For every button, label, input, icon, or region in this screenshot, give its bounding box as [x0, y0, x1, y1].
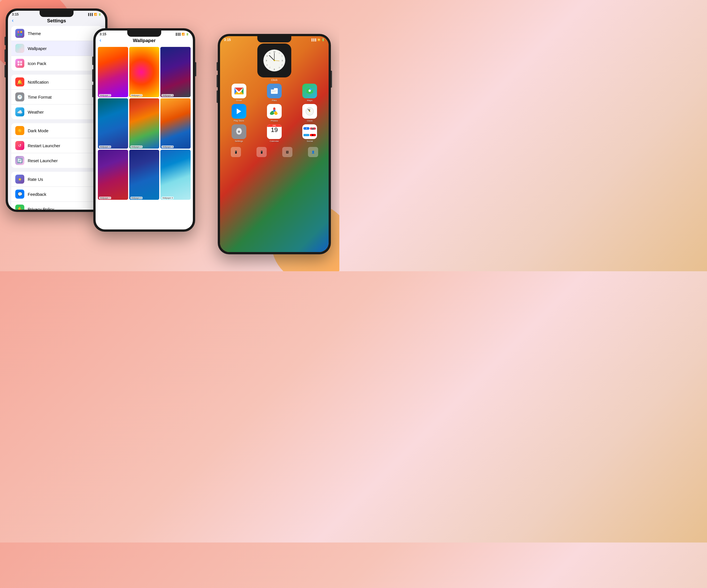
app-item-gmail[interactable]: Gmail [222, 84, 256, 102]
notification-label: Notification [28, 80, 48, 84]
svg-point-3 [20, 34, 22, 36]
settings-item-reset[interactable]: 🔄 Reset Launcher [11, 153, 102, 168]
wallpaper-label-7: Wallpaper 7 [99, 197, 111, 199]
svg-point-24 [274, 60, 275, 61]
wallpaper-item-9[interactable]: Wallpaper 9 [160, 150, 191, 200]
wallpaper-item-1[interactable]: Wallpaper 1 [98, 47, 128, 97]
svg-point-2 [18, 34, 19, 36]
calendar-label: Calendar [270, 140, 279, 142]
app-grid-row1: Gmail Files Maps [220, 84, 329, 102]
clock-widget: 12 3 6 9 1 2 4 5 7 8 10 11 [257, 43, 291, 77]
settings-group-system: 🔔 Notification 🕐 Time Format ☁️ Weather [11, 75, 102, 119]
settings-item-weather[interactable]: ☁️ Weather [11, 105, 102, 119]
wifi-icon: 📶 [94, 13, 97, 16]
app-item-photos[interactable]: Photos [258, 104, 291, 122]
reset-label: Reset Launcher [28, 158, 58, 163]
settings-item-theme[interactable]: Theme [11, 26, 102, 41]
settings-item-privacy[interactable]: ✋ Privacy Policy [11, 202, 102, 210]
wp-wifi-icon: 📶 [181, 33, 185, 36]
wallpaper-item-3[interactable]: Wallpaper 3 [160, 47, 191, 97]
dock-icon-4[interactable]: 👤 [308, 147, 318, 157]
svg-point-0 [18, 31, 19, 33]
svg-text:1: 1 [279, 52, 280, 54]
settings-item-rateus[interactable]: ★ Rate Us [11, 172, 102, 187]
reset-icon: 🔄 [15, 156, 24, 165]
settings-group-appearance: Theme Wallpaper Icon Pack [11, 26, 102, 71]
svg-text:9: 9 [266, 60, 267, 62]
clock-widget-container: 12 3 6 9 1 2 4 5 7 8 10 11 [220, 43, 329, 83]
svg-rect-6 [18, 64, 20, 66]
restart-icon: ↺ [15, 141, 24, 150]
wallpaper-item-6[interactable]: Wallpaper 6 [160, 98, 191, 149]
svg-text:11: 11 [269, 52, 271, 54]
wallpaper-back-button[interactable]: ‹ [100, 37, 101, 43]
notification-icon: 🔔 [15, 77, 24, 86]
settings-item-restart[interactable]: ↺ Restart Launcher [11, 138, 102, 153]
wallpaper-label-5: Wallpaper 5 [130, 146, 142, 148]
app-item-maps[interactable]: Maps [293, 84, 326, 102]
clockapp-icon [302, 104, 317, 119]
theme-icon [15, 29, 24, 38]
app-item-settings[interactable]: Settings [222, 124, 256, 142]
settings-back-button[interactable]: ‹ [12, 17, 13, 24]
status-bar-home: 3:15 ▐▐▐ 🛜 🔋 [220, 36, 329, 42]
settings-item-feedback[interactable]: 💬 Feedback [11, 187, 102, 202]
volume-down-button [4, 65, 6, 77]
feedback-icon: 💬 [15, 190, 24, 199]
phone-homescreen-screen: 3:15 ▐▐▐ 🛜 🔋 12 3 6 9 1 2 [220, 36, 329, 252]
volume-silent-button [4, 37, 6, 45]
home-wifi-icon: 🛜 [317, 38, 321, 41]
settings-group-support: ★ Rate Us 💬 Feedback ✋ Privacy Policy [11, 172, 102, 210]
settings-item-wallpaper[interactable]: Wallpaper [11, 41, 102, 56]
wallpaper-icon [15, 44, 24, 53]
silent-button-wp [92, 57, 93, 65]
privacy-icon: ✋ [15, 205, 24, 210]
svg-text:10: 10 [266, 56, 268, 57]
settings-item-notification[interactable]: 🔔 Notification [11, 75, 102, 89]
settings-header: ‹ Settings [8, 17, 105, 26]
svg-text:12: 12 [273, 51, 275, 53]
app-item-social[interactable]: f 📸 🐦 ▶ Social [293, 124, 326, 142]
wallpaper-item-4[interactable]: Wallpaper 4 [98, 98, 128, 149]
home-status-icons: ▐▐▐ 🛜 🔋 [311, 38, 325, 41]
battery-icon: 🔋 [98, 13, 101, 16]
dock-icon-2[interactable]: 📱 [257, 147, 267, 157]
settings-list: Theme Wallpaper Icon Pack [8, 26, 105, 210]
app-item-clockapp[interactable]: Clock [293, 104, 326, 122]
power-button-wp [195, 62, 196, 76]
app-item-files[interactable]: Files [258, 84, 291, 102]
settings-item-darkmode[interactable]: ☀️ Dark Mode [11, 123, 102, 138]
svg-point-1 [20, 31, 22, 33]
wp-status-time: 3:15 [100, 32, 106, 36]
dock-icon-1[interactable]: 📱 [231, 147, 241, 157]
status-icons: ▐▐▐ 📶 🔋 [88, 13, 101, 16]
app-item-calendar[interactable]: FRI 19 Calendar [258, 124, 291, 142]
notch [40, 11, 73, 17]
wp-signal-icon: ▐▐▐ [175, 33, 180, 36]
svg-rect-32 [272, 90, 277, 91]
wallpaper-item-7[interactable]: Wallpaper 7 [98, 150, 128, 200]
playstore-icon [232, 104, 246, 119]
settings-item-timeformat[interactable]: 🕐 Time Format [11, 89, 102, 105]
settings-item-iconpack[interactable]: Icon Pack [11, 56, 102, 71]
app-grid-row3: Settings FRI 19 Calendar f 📸 🐦 ▶ [220, 124, 329, 142]
home-battery-icon: 🔋 [322, 38, 325, 41]
svg-rect-33 [272, 91, 276, 92]
wallpaper-label-2: Wallpaper 2 [130, 94, 142, 97]
settings-title: Settings [12, 18, 101, 24]
wallpaper-item-2[interactable]: Wallpaper 2 [129, 47, 160, 97]
photos-icon [267, 104, 282, 119]
dock-icon-3[interactable]: 🖼 [282, 147, 293, 157]
svg-rect-4 [18, 61, 20, 63]
iconpack-label: Icon Pack [28, 61, 46, 66]
wallpaper-item-5[interactable]: Wallpaper 5 [129, 98, 160, 149]
clock-widget-label: Clock [271, 79, 278, 81]
settings-group-launcher: ☀️ Dark Mode ↺ Restart Launcher 🔄 Reset … [11, 123, 102, 168]
privacy-label: Privacy Policy [28, 207, 54, 210]
svg-text:5: 5 [279, 67, 280, 68]
wallpaper-item-8[interactable]: Wallpaper 8 [129, 150, 160, 200]
phone-wallpaper-screen: 3:15 ▐▐▐ 📶 🔋 ‹ Wallpaper Wallpaper 1 Wal… [96, 31, 193, 229]
app-item-playstore[interactable]: Play Store [222, 104, 256, 122]
theme-label: Theme [28, 31, 41, 36]
svg-point-41 [309, 111, 310, 112]
